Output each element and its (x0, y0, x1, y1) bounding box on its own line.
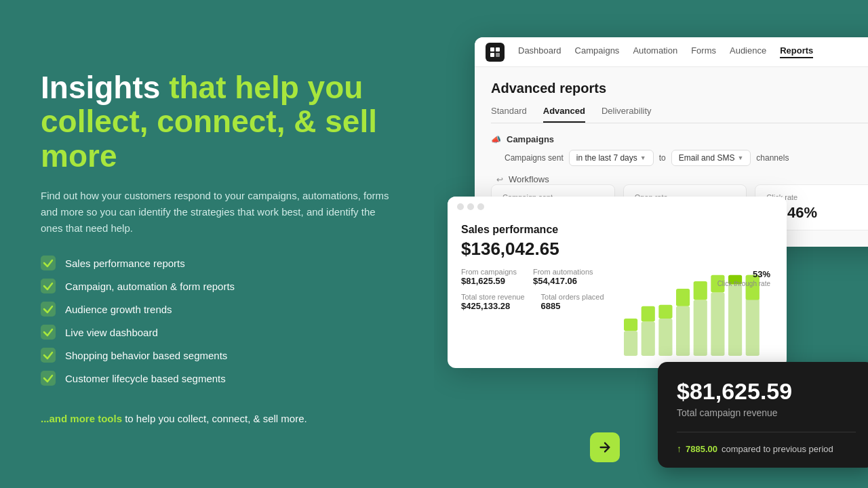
revenue-label: Total campaign revenue (677, 407, 856, 418)
feature-text: Sales performance reports (65, 258, 185, 269)
svg-rect-15 (658, 305, 672, 319)
filter-to: to (659, 153, 666, 163)
feature-item: Customer lifecycle based segments (41, 371, 400, 386)
dot-1 (457, 203, 464, 210)
feature-text: Campaign, automation & form reports (65, 281, 235, 292)
tab-advanced[interactable]: Advanced (543, 106, 585, 123)
total-store-label: Total store revenue (461, 293, 525, 301)
feature-item: Sales performance reports (41, 256, 400, 270)
total-store: Total store revenue $425,133.28 (461, 293, 525, 311)
window-dots (448, 197, 787, 216)
feature-item: Live view dashboard (41, 325, 400, 340)
campaigns-icon: 📣 (491, 135, 501, 144)
dot-2 (467, 203, 474, 210)
click-through-value: 53% (753, 269, 770, 279)
nav-items: Dashboard Campaigns Automation Forms Aud… (518, 45, 813, 58)
svg-rect-22 (728, 285, 742, 356)
sales-title: Sales performance (461, 224, 773, 236)
total-store-value: $425,133.28 (461, 301, 525, 311)
filter-sent: Campaigns sent (505, 153, 564, 163)
sales-amount: $136,042.65 (461, 239, 773, 260)
change-value: 7885.00 (686, 444, 717, 454)
nav-reports[interactable]: Reports (780, 45, 813, 58)
svg-rect-8 (490, 53, 494, 57)
link-icon-bottom[interactable] (590, 432, 620, 462)
total-orders-label: Total orders placed (541, 293, 604, 301)
channel-select[interactable]: Email and SMS ▼ (671, 150, 751, 166)
feature-text: Live view dashboard (65, 327, 158, 338)
check-icon (41, 371, 56, 386)
svg-rect-19 (694, 281, 707, 300)
nav-campaigns[interactable]: Campaigns (575, 45, 620, 58)
sales-window: Sales performance $136,042.65 From campa… (448, 197, 787, 368)
svg-rect-18 (694, 300, 707, 357)
footer-rest: to help you collect, connect, & sell mor… (122, 413, 307, 424)
check-icon (41, 348, 56, 363)
meta-row-1: From campaigns $81,625.59 From automatio… (461, 268, 624, 286)
revenue-amount: $81,625.59 (677, 378, 856, 405)
svg-rect-7 (496, 47, 500, 52)
feature-item: Campaign, automation & form reports (41, 279, 400, 293)
chart-area: 53% Click through rate (624, 268, 773, 356)
from-campaigns-label: From campaigns (461, 268, 517, 276)
feature-item: Audience growth trends (41, 302, 400, 317)
svg-rect-14 (658, 319, 672, 356)
footer-ellipsis: ...and more tools (41, 413, 122, 424)
from-campaigns: From campaigns $81,625.59 (461, 268, 517, 286)
check-icon (41, 302, 56, 317)
headline: Insights that help you collect, connect,… (41, 70, 400, 174)
nav-automation[interactable]: Automation (633, 45, 677, 58)
check-icon (41, 256, 56, 270)
revenue-divider (677, 432, 856, 432)
period-arrow: ▼ (640, 155, 646, 161)
tab-standard[interactable]: Standard (491, 106, 527, 123)
nav-audience[interactable]: Audience (730, 45, 766, 58)
dot-3 (477, 203, 484, 210)
svg-rect-12 (642, 322, 655, 356)
channel-arrow: ▼ (737, 155, 743, 161)
nav-dashboard[interactable]: Dashboard (518, 45, 561, 58)
sales-content: Sales performance $136,042.65 From campa… (448, 216, 787, 368)
total-orders: Total orders placed 6885 (541, 293, 604, 311)
svg-rect-2 (41, 302, 56, 317)
feature-text: Shopping behavior based segments (65, 350, 227, 361)
svg-rect-20 (711, 293, 724, 357)
svg-rect-3 (41, 325, 56, 340)
filter-channels: channels (756, 153, 789, 163)
svg-rect-4 (41, 348, 56, 363)
svg-rect-17 (676, 289, 690, 306)
sales-body: From campaigns $81,625.59 From automatio… (461, 268, 773, 356)
total-orders-value: 6885 (541, 301, 604, 311)
campaigns-label: 📣 Campaigns (491, 134, 868, 144)
from-automations: From automations $54,417.06 (533, 268, 593, 286)
click-through-label: Click through rate (717, 280, 770, 287)
feature-item: Shopping behavior based segments (41, 348, 400, 363)
right-panel: Dashboard Campaigns Automation Forms Aud… (434, 0, 868, 488)
revenue-change: ↑ 7885.00 compared to previous period (677, 443, 856, 454)
from-automations-label: From automations (533, 268, 593, 276)
up-arrow-icon: ↑ (677, 443, 682, 454)
svg-rect-16 (676, 306, 690, 356)
workflows-label: Workflows (509, 174, 549, 184)
page-title: Advanced reports (491, 81, 868, 96)
nav-forms[interactable]: Forms (691, 45, 716, 58)
feature-list: Sales performance reports Campaign, auto… (41, 256, 400, 394)
svg-rect-1 (41, 279, 56, 293)
svg-rect-13 (642, 306, 655, 322)
sales-meta: From campaigns $81,625.59 From automatio… (461, 268, 624, 356)
period-select[interactable]: in the last 7 days ▼ (569, 150, 654, 166)
change-text: compared to previous period (722, 444, 833, 454)
headline-normal: Insights (41, 70, 169, 105)
svg-rect-5 (41, 371, 56, 386)
subtext: Find out how your customers respond to y… (41, 188, 393, 237)
meta-row-2: Total store revenue $425,133.28 Total or… (461, 293, 624, 311)
nav-logo (486, 43, 505, 62)
from-campaigns-value: $81,625.59 (461, 276, 517, 286)
svg-rect-0 (41, 256, 56, 270)
tabs: Standard Advanced Deliverability (491, 106, 868, 123)
svg-rect-11 (624, 319, 637, 331)
svg-rect-10 (624, 331, 637, 356)
feature-text: Audience growth trends (65, 304, 172, 315)
tab-deliverability[interactable]: Deliverability (601, 106, 652, 123)
workflow-icon: ↩ (496, 175, 503, 184)
